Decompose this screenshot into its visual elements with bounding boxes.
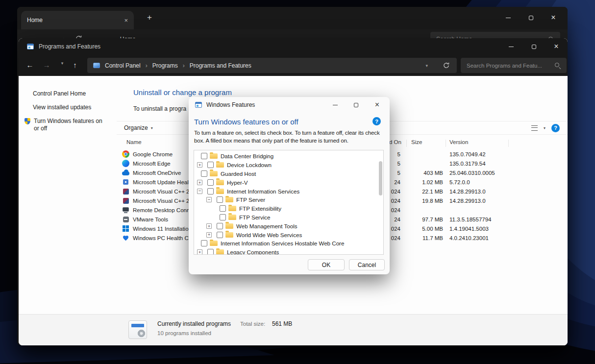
- control-panel-icon: [93, 63, 100, 68]
- version-cell: 1.4.19041.5003: [446, 226, 508, 232]
- feature-checkbox[interactable]: [207, 188, 214, 194]
- help-icon[interactable]: ?: [551, 124, 560, 132]
- programs-count: 10 programs installed: [157, 330, 211, 336]
- maximize-button[interactable]: [346, 97, 367, 112]
- feature-row[interactable]: +World Wide Web Services: [194, 230, 383, 239]
- feature-label: Device Lockdown: [227, 162, 272, 168]
- rdp-icon: [122, 206, 129, 214]
- page-subtext: To uninstall a progra: [133, 105, 186, 112]
- scrollbar-thumb[interactable]: [379, 161, 382, 195]
- feature-label: FTP Service: [239, 214, 271, 220]
- feature-checkbox[interactable]: [207, 249, 214, 255]
- program-name: Windows PC Health Ch: [133, 235, 192, 241]
- search-box[interactable]: Search Programs and Featu...: [461, 58, 567, 73]
- dialog-heading: Turn Windows features on or off: [194, 118, 298, 126]
- feature-row[interactable]: +Device Lockdown: [194, 161, 383, 170]
- up-icon[interactable]: ↑: [68, 61, 82, 69]
- view-options-icon[interactable]: [531, 125, 538, 131]
- maximize-button[interactable]: [522, 38, 545, 55]
- feature-row[interactable]: FTP Service: [194, 213, 383, 222]
- column-header-version[interactable]: Version: [449, 139, 468, 145]
- address-dropdown-icon[interactable]: ▾: [425, 63, 428, 68]
- close-button[interactable]: [367, 97, 388, 112]
- feature-row[interactable]: Guarded Host: [194, 170, 383, 178]
- expand-icon[interactable]: +: [206, 232, 212, 238]
- program-name: Windows 11 Installatio: [133, 226, 189, 232]
- breadcrumb-item[interactable]: Programs and Features: [190, 62, 251, 69]
- feature-row[interactable]: Data Center Bridging: [194, 152, 383, 161]
- ok-button[interactable]: OK: [308, 259, 345, 270]
- folder-icon: [228, 215, 236, 220]
- refresh-icon[interactable]: [443, 62, 450, 69]
- feature-label: FTP Extensibility: [239, 205, 281, 212]
- feature-checkbox[interactable]: [207, 179, 214, 186]
- feature-checkbox[interactable]: [220, 205, 226, 212]
- collapse-icon[interactable]: −: [206, 197, 212, 202]
- window-title: Programs and Features: [39, 43, 100, 50]
- expand-icon[interactable]: +: [206, 223, 212, 229]
- column-header-name[interactable]: Name: [126, 139, 142, 145]
- organize-button[interactable]: Organize: [124, 124, 148, 131]
- breadcrumb-item[interactable]: Control Panel: [105, 62, 141, 69]
- close-button[interactable]: [542, 9, 565, 26]
- tab-close-icon[interactable]: [124, 17, 128, 24]
- close-button[interactable]: [545, 38, 568, 55]
- windows-features-dialog: Windows Features Turn Windows features o…: [189, 97, 390, 274]
- breadcrumb-item[interactable]: Programs: [152, 62, 178, 69]
- new-tab-button[interactable]: [144, 13, 155, 23]
- feature-checkbox[interactable]: [217, 196, 223, 203]
- column-divider[interactable]: [406, 140, 407, 147]
- column-divider[interactable]: [446, 140, 446, 147]
- feature-checkbox[interactable]: [201, 153, 207, 159]
- status-bar: Currently installed programs Total size:…: [19, 314, 568, 345]
- minimize-button[interactable]: [324, 97, 346, 112]
- version-cell: 14.28.29913.0: [446, 198, 508, 204]
- back-icon[interactable]: ←: [23, 61, 37, 69]
- navigation-bar: ← → ▾ ↑ Control Panel Programs Programs …: [19, 55, 568, 76]
- feature-row[interactable]: +Hyper-V: [194, 178, 383, 187]
- column-divider[interactable]: [508, 140, 509, 147]
- column-header-installed-on[interactable]: d On: [389, 139, 401, 145]
- feature-row[interactable]: +Web Management Tools: [194, 221, 383, 230]
- expand-icon[interactable]: +: [197, 249, 202, 255]
- folder-icon: [216, 249, 224, 255]
- column-header-size[interactable]: Size: [411, 139, 422, 145]
- help-icon[interactable]: ?: [372, 117, 381, 125]
- sidebar-item-view-installed-updates[interactable]: View installed updates: [19, 100, 117, 114]
- expand-icon[interactable]: +: [197, 180, 202, 185]
- feature-checkbox[interactable]: [217, 223, 223, 229]
- feature-row[interactable]: −Internet Information Services: [194, 187, 383, 195]
- total-size-label: Total size:: [240, 321, 265, 327]
- minimize-button[interactable]: [497, 9, 520, 26]
- feature-row[interactable]: Internet Information Services Hostable W…: [194, 239, 383, 248]
- uac-shield-icon: [25, 118, 30, 124]
- maximize-button[interactable]: [520, 9, 542, 26]
- feature-row[interactable]: FTP Extensibility: [194, 204, 383, 213]
- version-cell: 25.046.0310.0005: [446, 170, 508, 176]
- feature-checkbox[interactable]: [220, 214, 226, 220]
- feature-row[interactable]: +Legacy Components: [194, 248, 383, 255]
- forward-icon[interactable]: →: [39, 61, 54, 69]
- total-size-value: 561 MB: [272, 320, 292, 327]
- health-icon: [122, 234, 129, 242]
- folder-icon: [216, 189, 224, 194]
- installed-programs-icon: [128, 320, 147, 339]
- explorer-tab-home[interactable]: Home: [21, 11, 134, 29]
- dialog-title-bar: Windows Features: [189, 97, 390, 113]
- feature-label: World Wide Web Services: [236, 232, 302, 238]
- feature-row[interactable]: −FTP Server: [194, 195, 383, 204]
- dialog-title: Windows Features: [206, 101, 255, 108]
- minimize-button[interactable]: [500, 38, 522, 55]
- cancel-button[interactable]: Cancel: [349, 259, 385, 270]
- sidebar-item-control-panel-home[interactable]: Control Panel Home: [19, 87, 117, 100]
- feature-label: Internet Information Services: [227, 188, 299, 194]
- folder-icon: [225, 197, 233, 202]
- collapse-icon[interactable]: −: [197, 189, 202, 194]
- feature-checkbox[interactable]: [201, 170, 207, 177]
- breadcrumb[interactable]: Control Panel Programs Programs and Feat…: [87, 58, 457, 73]
- feature-checkbox[interactable]: [201, 240, 207, 246]
- feature-checkbox[interactable]: [217, 232, 223, 238]
- expand-icon[interactable]: +: [197, 162, 202, 168]
- feature-checkbox[interactable]: [207, 162, 214, 168]
- sidebar-item-turn-windows-features[interactable]: Turn Windows features on or off: [19, 114, 117, 136]
